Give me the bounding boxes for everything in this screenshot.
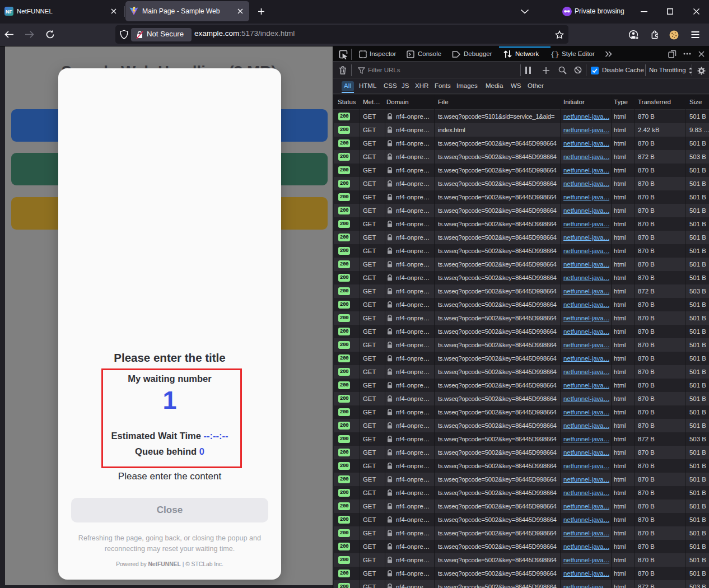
svg-text:NF: NF — [6, 9, 12, 15]
svg-text:{}: {} — [551, 50, 559, 58]
